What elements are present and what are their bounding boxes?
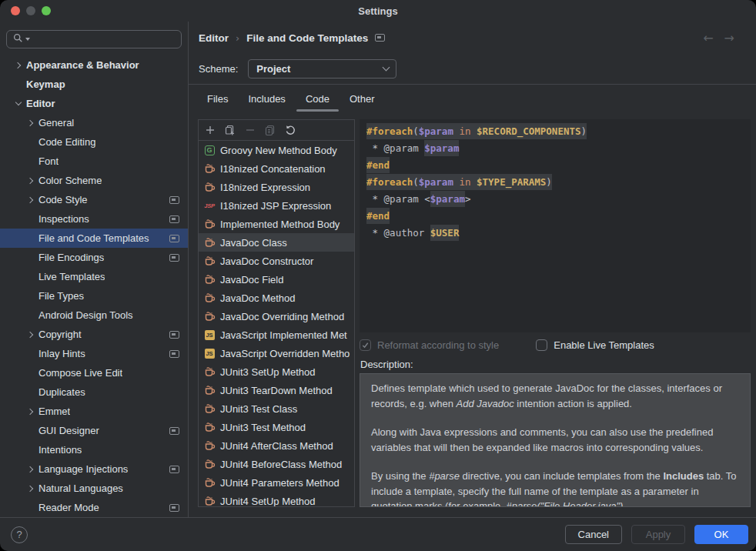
template-item-junit4-parameters-method[interactable]: JUnit4 Parameters Method — [199, 473, 354, 492]
chevron-collapsed-icon[interactable] — [23, 121, 38, 125]
sidebar-item-intentions[interactable]: Intentions — [0, 440, 188, 459]
template-code-editor[interactable]: #foreach($param in $RECORD_COMPONENTS) *… — [360, 119, 751, 332]
groovy-icon: G — [203, 144, 216, 156]
breadcrumb-parent[interactable]: Editor — [199, 32, 229, 44]
sidebar-item-live-templates[interactable]: Live Templates — [0, 267, 188, 286]
chevron-collapsed-icon[interactable] — [23, 467, 38, 472]
template-item-javadoc-constructor[interactable]: JavaDoc Constructor — [199, 252, 354, 270]
sidebar-item-reader-mode[interactable]: Reader Mode — [0, 498, 188, 517]
sidebar-item-copyright[interactable]: Copyright — [0, 325, 188, 344]
sidebar-item-file-encodings[interactable]: File Encodings — [0, 248, 188, 267]
sidebar-item-label: Color Scheme — [38, 175, 102, 186]
chevron-collapsed-icon[interactable] — [23, 409, 38, 414]
template-item-javadoc-class[interactable]: JavaDoc Class — [199, 233, 354, 252]
template-item-i18nized-jsp-expression[interactable]: JSPI18nized JSP Expression — [199, 196, 354, 215]
description-text[interactable]: Defines template which used to generate … — [360, 373, 751, 507]
project-level-icon — [169, 254, 179, 262]
sidebar-item-label: Code Editing — [38, 136, 95, 148]
javascript-icon: JS — [203, 347, 216, 359]
sidebar-item-gui-designer[interactable]: GUI Designer — [0, 421, 188, 440]
create-from-template-button[interactable] — [223, 124, 236, 137]
scheme-dropdown[interactable]: Project — [248, 59, 396, 78]
search-field[interactable] — [6, 30, 182, 48]
chevron-collapsed-icon[interactable] — [23, 179, 38, 183]
sidebar-item-general[interactable]: General — [0, 113, 188, 132]
tab-code[interactable]: Code — [304, 85, 331, 113]
sidebar-item-code-style[interactable]: Code Style — [0, 190, 188, 209]
template-item-i18nized-expression[interactable]: I18nized Expression — [199, 178, 354, 196]
template-item-label: JUnit4 BeforeClass Method — [220, 459, 342, 470]
template-item-junit3-test-method[interactable]: JUnit3 Test Method — [199, 418, 354, 436]
live-templates-option[interactable]: Enable Live Templates — [536, 339, 654, 351]
template-item-javadoc-overriding-method[interactable]: JavaDoc Overriding Method — [199, 307, 354, 326]
help-button[interactable]: ? — [11, 526, 28, 543]
sidebar-item-emmet[interactable]: Emmet — [0, 402, 188, 421]
template-tabs: FilesIncludesCodeOther — [189, 85, 756, 113]
tab-files[interactable]: Files — [206, 85, 229, 113]
sidebar-item-duplicates[interactable]: Duplicates — [0, 382, 188, 402]
sidebar-item-file-and-code-templates[interactable]: File and Code Templates — [0, 229, 188, 248]
sidebar-item-label: Keymap — [26, 78, 65, 90]
back-arrow-icon[interactable]: ← — [703, 31, 713, 45]
template-item-javascript-overridden-metho[interactable]: JSJavaScript Overridden Metho — [199, 344, 354, 362]
jsp-icon: JSP — [203, 199, 216, 212]
search-history-chevron-icon[interactable] — [25, 38, 30, 41]
tab-includes[interactable]: Includes — [246, 85, 286, 113]
remove-template-button[interactable] — [243, 124, 256, 137]
sidebar-item-label: Copyright — [38, 329, 82, 340]
code-line: * @param <$param> — [366, 191, 751, 208]
chevron-collapsed-icon[interactable] — [11, 63, 26, 68]
sidebar-item-language-injections[interactable]: Language Injections — [0, 459, 188, 479]
reformat-checkbox — [360, 339, 371, 351]
chevron-collapsed-icon[interactable] — [23, 198, 38, 202]
copy-template-button[interactable] — [263, 124, 276, 137]
chevron-collapsed-icon[interactable] — [23, 486, 38, 491]
sidebar-item-natural-languages[interactable]: Natural Languages — [0, 479, 188, 498]
description-paragraph: Along with Java expressions and comments… — [371, 425, 739, 455]
add-template-button[interactable] — [203, 124, 216, 137]
template-item-junit4-setup-method[interactable]: JUnit4 SetUp Method — [199, 492, 354, 506]
reformat-option[interactable]: Reformat according to style — [360, 339, 499, 351]
sidebar-item-editor[interactable]: Editor — [0, 94, 188, 113]
search-input[interactable] — [32, 33, 175, 46]
template-item-i18nized-concatenation[interactable]: I18nized Concatenation — [199, 159, 354, 178]
tab-other[interactable]: Other — [348, 85, 376, 113]
template-item-groovy-new-method-body[interactable]: GGroovy New Method Body — [199, 141, 354, 159]
sidebar-item-font[interactable]: Font — [0, 152, 188, 171]
chevron-expanded-icon[interactable] — [11, 102, 26, 105]
template-item-label: JavaScript Implemented Met — [220, 329, 347, 341]
ok-button[interactable]: OK — [694, 525, 748, 544]
live-templates-checkbox[interactable] — [536, 339, 547, 351]
template-item-junit3-teardown-method[interactable]: JUnit3 TearDown Method — [199, 381, 354, 399]
sidebar-item-color-scheme[interactable]: Color Scheme — [0, 171, 188, 190]
reset-template-button[interactable] — [283, 124, 296, 137]
sidebar-item-compose-live-edit[interactable]: Compose Live Edit — [0, 363, 188, 382]
java-class-icon — [203, 181, 216, 193]
template-item-label: JavaDoc Method — [220, 292, 296, 304]
sidebar-item-label: Emmet — [38, 406, 70, 417]
template-item-javadoc-method[interactable]: JavaDoc Method — [199, 289, 354, 307]
settings-sidebar: Appearance & BehaviorKeymapEditorGeneral… — [0, 22, 189, 517]
sidebar-item-code-editing[interactable]: Code Editing — [0, 132, 188, 152]
forward-arrow-icon[interactable]: → — [724, 31, 734, 45]
template-item-junit4-beforeclass-method[interactable]: JUnit4 BeforeClass Method — [199, 455, 354, 473]
sidebar-item-file-types[interactable]: File Types — [0, 286, 188, 306]
template-item-junit3-test-class[interactable]: JUnit3 Test Class — [199, 399, 354, 418]
sidebar-item-android-design-tools[interactable]: Android Design Tools — [0, 306, 188, 325]
template-item-implemented-method-body[interactable]: Implemented Method Body — [199, 215, 354, 233]
template-item-javascript-implemented-met[interactable]: JSJavaScript Implemented Met — [199, 326, 354, 344]
template-list-panel: GGroovy New Method BodyI18nized Concaten… — [198, 119, 355, 507]
template-item-junit3-setup-method[interactable]: JUnit3 SetUp Method — [199, 362, 354, 381]
sidebar-item-appearance-behavior[interactable]: Appearance & Behavior — [0, 55, 188, 75]
sidebar-item-inspections[interactable]: Inspections — [0, 209, 188, 229]
sidebar-item-inlay-hints[interactable]: Inlay Hints — [0, 344, 188, 363]
chevron-collapsed-icon[interactable] — [23, 332, 38, 337]
apply-button[interactable]: Apply — [631, 525, 685, 544]
cancel-button[interactable]: Cancel — [565, 525, 622, 544]
options-row: Reformat according to style Enable Live … — [360, 335, 751, 356]
code-line: * @author $USER — [366, 225, 751, 242]
template-item-junit4-afterclass-method[interactable]: JUnit4 AfterClass Method — [199, 436, 354, 455]
sidebar-item-keymap[interactable]: Keymap — [0, 75, 188, 94]
sidebar-item-label: Compose Live Edit — [38, 367, 122, 379]
template-item-javadoc-field[interactable]: JavaDoc Field — [199, 270, 354, 289]
